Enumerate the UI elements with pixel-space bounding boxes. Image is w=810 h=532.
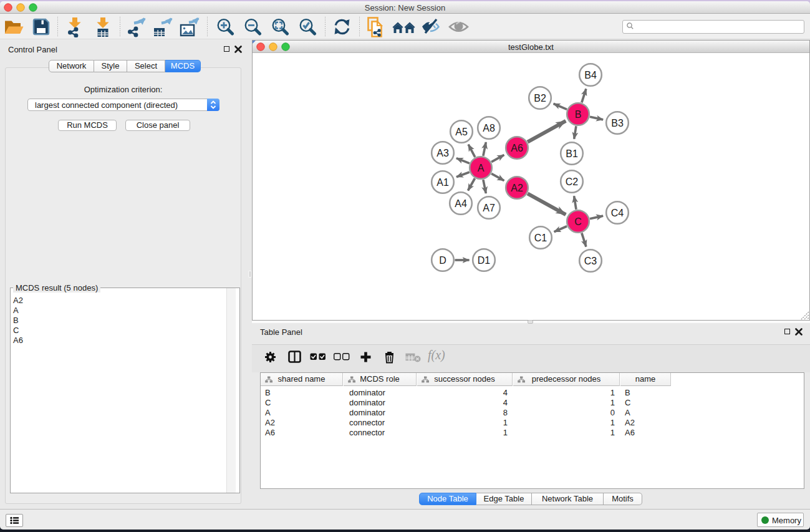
- svg-text:D: D: [439, 255, 446, 266]
- svg-text:A7: A7: [483, 203, 495, 213]
- svg-text:A2: A2: [511, 183, 523, 193]
- svg-text:B3: B3: [611, 118, 624, 128]
- svg-text:B2: B2: [534, 93, 546, 104]
- svg-text:C3: C3: [584, 256, 597, 266]
- svg-text:A6: A6: [511, 143, 523, 153]
- svg-text:B: B: [575, 109, 582, 120]
- svg-text:C2: C2: [566, 177, 579, 187]
- svg-text:A8: A8: [483, 123, 495, 133]
- svg-text:C4: C4: [611, 208, 624, 218]
- svg-text:C1: C1: [534, 233, 547, 243]
- svg-text:A3: A3: [436, 148, 449, 158]
- svg-text:D1: D1: [478, 255, 491, 266]
- svg-text:C: C: [574, 216, 582, 227]
- svg-text:A: A: [478, 163, 485, 173]
- svg-text:A5: A5: [455, 127, 468, 137]
- svg-text:B1: B1: [566, 148, 578, 159]
- svg-text:A1: A1: [436, 177, 449, 188]
- svg-text:A4: A4: [455, 198, 467, 209]
- svg-text:B4: B4: [584, 70, 597, 80]
